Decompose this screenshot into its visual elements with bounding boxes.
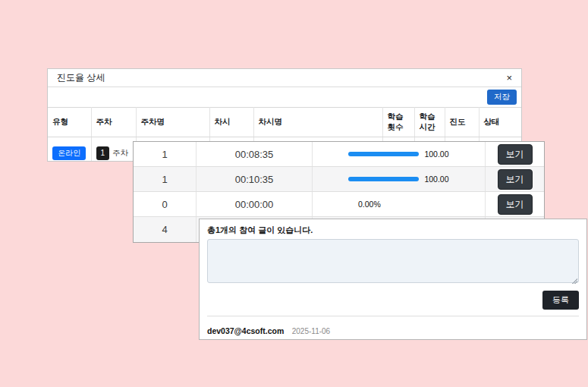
comment-item: dev037@4csoft.com 2025-11-06 참여하겠습니다. 답글… <box>200 316 586 340</box>
modal-toolbar: 저장 <box>48 87 521 107</box>
action-cell: 보기 <box>486 167 544 191</box>
progress-cell: 100.00 <box>313 142 486 166</box>
submit-button[interactable]: 등록 <box>542 291 579 310</box>
modal-title: 진도율 상세 <box>57 71 105 84</box>
action-cell: 보기 <box>486 192 544 216</box>
col-header-lesson-name: 차시명 <box>253 108 382 137</box>
col-header-status: 상태 <box>479 108 522 137</box>
col-header-type: 유형 <box>48 108 91 137</box>
desktop-background: 진도율 상세 × 저장 유형 주차 주차명 차시 차시명 학습횟수 학습시간 <box>0 0 588 387</box>
modal-header: 진도율 상세 × <box>48 69 521 87</box>
view-count-cell: 1 <box>134 167 197 191</box>
view-button[interactable]: 보기 <box>498 169 533 190</box>
view-count-cell: 1 <box>134 142 197 166</box>
progress-cell: 0.00% <box>313 192 486 216</box>
comment-textarea[interactable] <box>207 239 579 283</box>
progress-cell: 100.00 <box>313 167 486 191</box>
comment-date: 2025-11-06 <box>292 327 330 335</box>
resize-handle-icon[interactable] <box>571 278 577 284</box>
col-header-progress: 진도 <box>445 108 479 137</box>
comment-count-summary: 총1개의 참여 글이 있습니다. <box>207 225 579 235</box>
progress-value: 100.00 <box>424 175 448 184</box>
col-header-week-name: 주차명 <box>136 108 209 137</box>
type-badge: 온라인 <box>52 146 86 160</box>
progress-bar <box>348 152 419 156</box>
week-number-badge: 1 <box>96 146 110 160</box>
col-header-week: 주차 <box>91 108 136 137</box>
participation-comment-panel: 총1개의 참여 글이 있습니다. 등록 dev037@4csoft.com 20… <box>199 219 587 340</box>
col-header-study-count: 학습횟수 <box>382 108 414 137</box>
view-button[interactable]: 보기 <box>498 144 533 165</box>
close-icon[interactable]: × <box>506 73 512 83</box>
progress-bar <box>348 177 419 181</box>
action-cell: 보기 <box>486 142 544 166</box>
time-cell: 00:10:35 <box>197 167 313 191</box>
table-row: 1 00:10:35 100.00 보기 <box>134 167 544 192</box>
table-row: 1 00:08:35 100.00 보기 <box>134 142 544 167</box>
view-count-cell: 4 <box>134 217 197 242</box>
comment-body: 참여하겠습니다. <box>207 339 579 340</box>
week-unit-label: 주차 <box>112 148 128 157</box>
progress-value: 0.00% <box>358 200 381 209</box>
progress-value: 100.00 <box>424 149 448 159</box>
col-header-study-time: 학습시간 <box>414 108 445 137</box>
comment-author: dev037@4csoft.com <box>207 326 284 335</box>
time-cell: 00:00:00 <box>197 192 313 216</box>
time-cell: 00:08:35 <box>197 142 313 166</box>
table-header-row: 유형 주차 주차명 차시 차시명 학습횟수 학습시간 진도 상태 <box>48 108 522 137</box>
table-row: 0 00:00:00 0.00% 보기 <box>134 192 544 217</box>
col-header-lesson: 차시 <box>209 108 253 137</box>
view-button[interactable]: 보기 <box>498 194 533 215</box>
view-count-cell: 0 <box>134 192 197 216</box>
save-button[interactable]: 저장 <box>487 90 517 105</box>
